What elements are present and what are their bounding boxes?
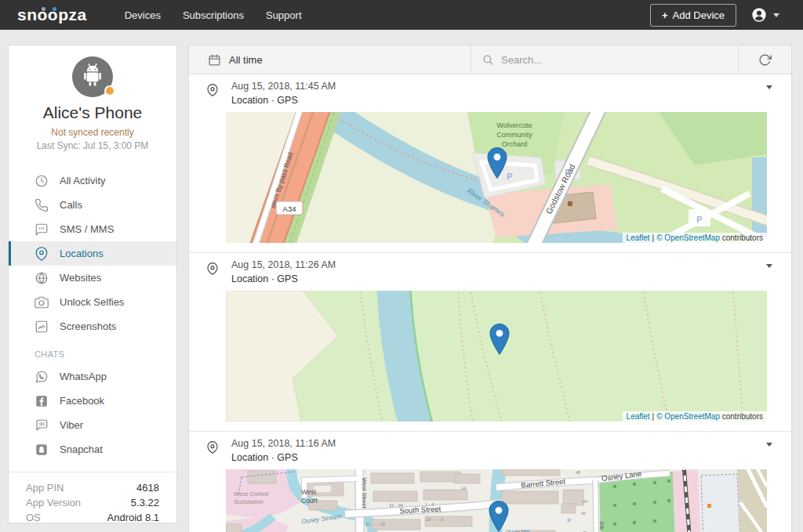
sidebar-item-label: All Activity <box>60 175 106 186</box>
logo-dot-left <box>42 7 45 11</box>
viber-icon <box>35 418 49 432</box>
time-filter-label: All time <box>229 54 263 66</box>
leaflet-link[interactable]: Leaflet <box>627 233 650 242</box>
sidebar-item-facebook[interactable]: Facebook <box>9 389 176 413</box>
expand-caret-icon[interactable] <box>766 264 772 268</box>
sidebar-item-whatsapp[interactable]: WhatsApp <box>9 364 176 389</box>
camera-icon <box>35 295 49 309</box>
house-number: 33···38 <box>389 503 403 508</box>
entry-meta: Aug 15, 2018, 11:16 AM Location · GPS <box>231 438 336 463</box>
main-menu: Devices Subscriptions Support <box>125 9 302 21</box>
expand-caret-icon[interactable] <box>766 85 772 89</box>
sync-status-text: Not synced recently <box>9 127 176 138</box>
info-label: App PIN <box>26 480 64 495</box>
entry-type: Location · GPS <box>231 452 336 463</box>
info-value: Android 8.1 <box>107 510 160 523</box>
house-number: 14 <box>461 486 466 490</box>
sidebar-item-snapchat[interactable]: Snapchat <box>9 437 176 461</box>
entry-type: Location · GPS <box>231 95 336 106</box>
add-device-label: Add Device <box>673 9 725 21</box>
search-input[interactable] <box>501 54 705 66</box>
menu-item-support[interactable]: Support <box>266 9 302 21</box>
info-value: 4618 <box>136 480 159 495</box>
location-entry-1: Aug 15, 2018, 11:45 AM Location · GPS <box>189 74 791 253</box>
entry-type: Location · GPS <box>231 273 336 284</box>
map-label-substation: Substation <box>234 498 263 505</box>
sidebar-item-websites[interactable]: Websites <box>9 266 176 290</box>
sidebar-item-viber[interactable]: Viber <box>9 413 176 437</box>
parking-icon: P <box>567 517 572 524</box>
map-label-orchard: Orchard <box>502 140 528 148</box>
attribution-suffix: contributors <box>722 233 763 242</box>
sidebar-item-label: WhatsApp <box>60 371 107 382</box>
activity-panel: All time Aug 15, 2018, 11:45 AM Location… <box>188 45 792 532</box>
map-label-west-street: West Street <box>361 477 368 508</box>
sidebar-item-screenshots[interactable]: Screenshots <box>9 314 176 338</box>
location-pin-icon <box>206 261 219 277</box>
entry-header[interactable]: Aug 15, 2018, 11:16 AM Location · GPS <box>189 432 791 469</box>
app-logo[interactable]: snoopza <box>17 5 87 24</box>
device-name: Alice's Phone <box>9 103 176 122</box>
menu-item-subscriptions[interactable]: Subscriptions <box>183 9 244 21</box>
entry-meta: Aug 15, 2018, 11:26 AM Location · GPS <box>231 259 336 284</box>
location-entry-3: Aug 15, 2018, 11:16 AM Location · GPS <box>189 432 791 532</box>
top-navbar: snoopza Devices Subscriptions Support +A… <box>0 0 803 30</box>
expand-caret-icon[interactable] <box>766 443 772 447</box>
image-icon <box>35 320 49 334</box>
logo-dot-right <box>53 7 56 11</box>
account-menu[interactable] <box>750 6 779 24</box>
sidebar-item-locations[interactable]: Locations <box>9 241 176 266</box>
phone-icon <box>35 198 49 212</box>
sidebar-item-label: Facebook <box>60 395 104 407</box>
entry-header[interactable]: Aug 15, 2018, 11:26 AM Location · GPS <box>189 253 791 291</box>
refresh-button[interactable] <box>738 45 791 74</box>
map-attribution: Leaflet|© OpenStreetMap contributors <box>623 411 767 422</box>
sidebar-item-label: Snapchat <box>60 443 103 455</box>
refresh-icon <box>758 53 772 67</box>
info-label: OS <box>26 510 41 523</box>
sidebar-item-label: SMS / MMS <box>60 223 114 235</box>
device-info-panel: App PIN 4618 App Version 5.3.22 OS Andro… <box>9 472 176 523</box>
location-pin-icon <box>206 82 219 98</box>
map-label-orchard: Community <box>496 131 532 139</box>
location-map-2[interactable]: Leaflet|© OpenStreetMap contributors <box>226 291 767 422</box>
osm-link[interactable]: © OpenStreetMap <box>656 412 720 421</box>
map-attribution: Leaflet|© OpenStreetMap contributors <box>623 233 767 243</box>
location-map-3[interactable]: West Oxford Substation West Court West S… <box>226 469 767 532</box>
chats-section-heading: CHATS <box>9 338 176 364</box>
search-icon <box>481 53 495 67</box>
sidebar-item-unlock-selfies[interactable]: Unlock Selfies <box>9 290 176 314</box>
info-value: 5.3.22 <box>131 495 159 510</box>
map-canvas <box>226 291 767 422</box>
add-device-button[interactable]: +Add Device <box>650 4 736 27</box>
message-icon <box>35 223 49 237</box>
house-number: 1···6 <box>425 502 434 507</box>
leaflet-link[interactable]: Leaflet <box>627 412 650 421</box>
parking-icon: P <box>565 168 570 177</box>
map-canvas: Wolvercote Community Orchard Godstow Roa… <box>226 112 767 243</box>
last-sync-text: Last Sync: Jul 15, 3:00 PM <box>9 140 176 151</box>
sidebar-nav: All Activity Calls SMS / MMS Locations W… <box>9 168 176 461</box>
sync-status-badge <box>104 85 115 96</box>
whatsapp-icon <box>35 370 49 384</box>
house-number: 32·······20 <box>365 522 385 527</box>
entry-header[interactable]: Aug 15, 2018, 11:45 AM Location · GPS <box>189 74 791 112</box>
snapchat-icon <box>35 443 49 457</box>
osm-link[interactable]: © OpenStreetMap <box>656 233 720 242</box>
sidebar-item-all-activity[interactable]: All Activity <box>9 168 176 193</box>
menu-item-devices[interactable]: Devices <box>125 9 161 21</box>
info-label: App Version <box>26 495 81 510</box>
map-label-west-court: Court <box>301 497 318 505</box>
house-number: 48 <box>576 470 580 475</box>
attribution-separator: | <box>652 233 655 242</box>
sidebar-item-sms[interactable]: SMS / MMS <box>9 217 176 241</box>
sidebar-item-calls[interactable]: Calls <box>9 193 176 217</box>
house-number: 19·······9 <box>426 517 443 522</box>
attribution-separator: | <box>652 412 655 421</box>
calendar-icon <box>208 53 221 67</box>
info-row-app-pin: App PIN 4618 <box>26 480 159 495</box>
globe-icon <box>35 271 49 285</box>
time-filter[interactable]: All time <box>189 45 471 74</box>
entry-meta: Aug 15, 2018, 11:45 AM Location · GPS <box>231 81 336 106</box>
location-map-1[interactable]: Wolvercote Community Orchard Godstow Roa… <box>226 112 767 243</box>
